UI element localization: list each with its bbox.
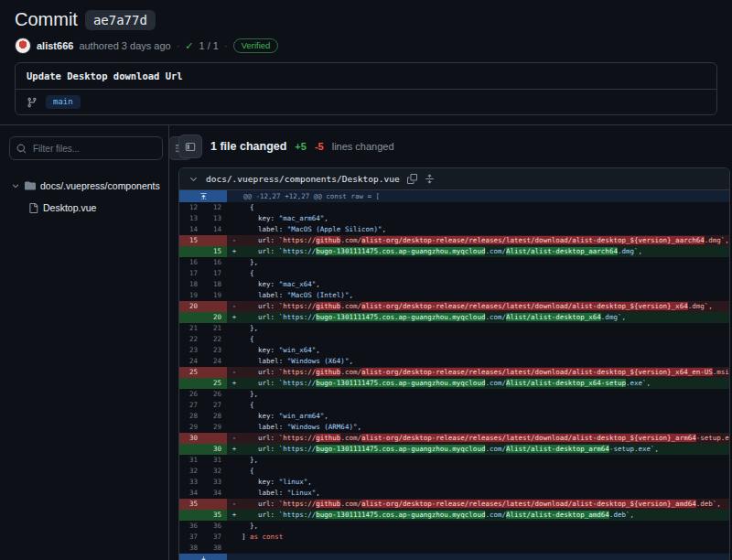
old-line-number[interactable]: 14 [179, 224, 203, 235]
new-line-number[interactable]: 15 [203, 246, 227, 257]
new-line-number[interactable]: 26 [203, 389, 227, 400]
new-line-number[interactable]: 25 [203, 378, 227, 389]
expand-all-icon[interactable] [425, 174, 435, 184]
new-line-number[interactable]: 34 [203, 488, 227, 499]
new-line-number[interactable]: 22 [203, 334, 227, 345]
new-line-number[interactable] [203, 301, 227, 312]
old-line-number[interactable] [179, 378, 203, 389]
old-line-number[interactable]: 37 [179, 532, 203, 543]
expand-down-button[interactable] [179, 554, 227, 560]
diff-body: 1212 {1313 key: "mac_arm64",1414 label: … [179, 202, 729, 554]
old-line-number[interactable]: 33 [179, 477, 203, 488]
filter-files-input[interactable] [31, 143, 156, 155]
collapse-file-chevron-icon[interactable] [188, 174, 199, 184]
old-line-number[interactable]: 21 [179, 323, 203, 334]
new-line-number[interactable] [203, 433, 227, 444]
old-line-number[interactable] [179, 312, 203, 323]
diff-row: 20+ url: `https://bugo-1301111475.cos.ap… [179, 312, 729, 323]
old-line-number[interactable]: 31 [179, 455, 203, 466]
diff-row: 2323 key: "win_x64", [179, 345, 729, 356]
old-line-number[interactable]: 18 [179, 279, 203, 290]
new-line-number[interactable]: 14 [203, 224, 227, 235]
new-line-number[interactable]: 36 [203, 521, 227, 532]
diff-row: 25+ url: `https://bugo-1301111475.cos.ap… [179, 378, 729, 389]
old-line-number[interactable]: 29 [179, 422, 203, 433]
old-line-number[interactable]: 13 [179, 213, 203, 224]
new-line-number[interactable]: 31 [203, 455, 227, 466]
code-line: url: `https://bugo-1301111475.cos.ap-gua… [242, 378, 729, 389]
old-line-number[interactable]: 17 [179, 268, 203, 279]
new-line-number[interactable]: 27 [203, 400, 227, 411]
old-line-number[interactable]: 20 [179, 301, 203, 312]
new-line-number[interactable]: 20 [203, 312, 227, 323]
new-line-number[interactable]: 13 [203, 213, 227, 224]
new-line-number[interactable]: 33 [203, 477, 227, 488]
folder-icon [25, 180, 36, 191]
old-line-number[interactable]: 30 [179, 433, 203, 444]
old-line-number[interactable]: 26 [179, 389, 203, 400]
checks-count[interactable]: 1 / 1 [199, 40, 219, 51]
new-line-number[interactable]: 23 [203, 345, 227, 356]
new-line-number[interactable] [203, 499, 227, 510]
diff-row: 20- url: `https://github.com/alist-org/d… [179, 301, 729, 312]
old-line-number[interactable] [179, 246, 203, 257]
old-line-number[interactable]: 24 [179, 356, 203, 367]
old-line-number[interactable]: 22 [179, 334, 203, 345]
branch-chip[interactable]: main [46, 95, 81, 109]
sidebar-file-label: Desktop.vue [43, 202, 96, 213]
new-line-number[interactable]: 12 [203, 202, 227, 213]
new-line-number[interactable]: 24 [203, 356, 227, 367]
new-line-number[interactable]: 37 [203, 532, 227, 543]
new-line-number[interactable]: 18 [203, 279, 227, 290]
new-line-number[interactable]: 16 [203, 257, 227, 268]
copy-path-icon[interactable] [407, 174, 417, 184]
new-line-number[interactable]: 28 [203, 411, 227, 422]
old-line-number[interactable] [179, 510, 203, 521]
old-line-number[interactable]: 38 [179, 543, 203, 554]
avatar[interactable] [15, 38, 31, 54]
new-line-number[interactable] [203, 235, 227, 246]
old-line-number[interactable]: 27 [179, 400, 203, 411]
old-line-number[interactable]: 32 [179, 466, 203, 477]
diff-row: 15+ url: `https://bugo-1301111475.cos.ap… [179, 246, 729, 257]
code-line: label: "MacOS (Intel)", [242, 290, 729, 301]
code-line: key: "mac_arm64", [242, 213, 729, 224]
new-line-number[interactable]: 29 [203, 422, 227, 433]
old-line-number[interactable] [179, 444, 203, 455]
filter-files-field[interactable] [9, 136, 163, 160]
expand-up-button[interactable] [179, 190, 227, 202]
new-line-number[interactable] [203, 367, 227, 378]
code-line: url: `https://github.com/alist-org/deskt… [242, 235, 729, 246]
sidebar-item-folder[interactable]: docs/.vuepress/components [9, 175, 159, 197]
code-line: url: `https://github.com/alist-org/deskt… [242, 367, 729, 378]
lines-changed-label: lines changed [332, 141, 394, 152]
old-line-number[interactable]: 16 [179, 257, 203, 268]
old-line-number[interactable]: 12 [179, 202, 203, 213]
new-line-number[interactable]: 17 [203, 268, 227, 279]
author-name[interactable]: alist666 [37, 40, 73, 51]
diff-main: 1 file changed +5 -5 lines changed docs/… [169, 125, 732, 560]
diff-marker [227, 455, 242, 466]
old-line-number[interactable]: 28 [179, 411, 203, 422]
old-line-number[interactable]: 35 [179, 499, 203, 510]
old-line-number[interactable]: 36 [179, 521, 203, 532]
code-line: }, [242, 389, 729, 400]
new-line-number[interactable]: 30 [203, 444, 227, 455]
new-line-number[interactable]: 38 [203, 543, 227, 554]
sidebar-toggle-button[interactable] [178, 135, 202, 158]
old-line-number[interactable]: 23 [179, 345, 203, 356]
new-line-number[interactable]: 19 [203, 290, 227, 301]
sidebar-item-file[interactable]: Desktop.vue [27, 197, 159, 219]
old-line-number[interactable]: 25 [179, 367, 203, 378]
diff-marker [227, 411, 242, 422]
old-line-number[interactable]: 34 [179, 488, 203, 499]
old-line-number[interactable]: 19 [179, 290, 203, 301]
new-line-number[interactable]: 35 [203, 510, 227, 521]
hunk-header-text: @@ -12,27 +12,27 @@ const raw = [ [227, 190, 729, 202]
new-line-number[interactable]: 32 [203, 466, 227, 477]
commit-title-prefix: Commit [15, 9, 78, 30]
old-line-number[interactable]: 15 [179, 235, 203, 246]
verified-badge[interactable]: Verified [233, 38, 279, 53]
new-line-number[interactable]: 21 [203, 323, 227, 334]
diff-file-path[interactable]: docs/.vuepress/components/Desktop.vue [206, 174, 400, 184]
